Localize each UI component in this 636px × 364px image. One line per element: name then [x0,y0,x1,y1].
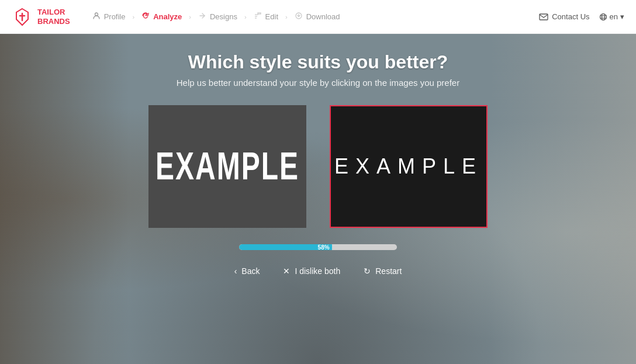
progress-label: 58% [316,244,332,250]
dislike-both-button[interactable]: ✕ I dislike both [283,266,340,276]
analyze-label: Analyze [153,12,182,21]
back-button[interactable]: ‹ Back [234,266,260,276]
progress-container: 58% [239,244,397,250]
logo-icon [12,6,33,27]
profile-label: Profile [104,12,126,21]
page-headline: Which style suits you better? [188,51,448,73]
designs-label: Designs [210,12,237,21]
svg-point-11 [602,13,604,20]
svg-point-0 [95,13,98,16]
download-icon [295,12,303,22]
main-content: Which style suits you better? Help us be… [0,34,636,364]
nav-step-profile[interactable]: Profile [88,9,130,24]
progress-bar-fill: 58% [239,244,331,250]
restart-icon: ↻ [364,266,371,276]
close-icon: ✕ [283,266,290,276]
download-label: Download [306,12,340,21]
nav-step-designs[interactable]: Designs [193,9,242,24]
style-card-right[interactable]: EXAMPLE [330,105,488,228]
contact-us-button[interactable]: Contact Us [539,12,589,21]
globe-icon [599,13,607,21]
svg-point-10 [600,13,606,20]
card-right-inner: EXAMPLE [330,105,488,228]
restart-button[interactable]: ↻ Restart [364,266,402,276]
svg-rect-7 [258,13,261,14]
chevron-icon-3: › [244,13,247,20]
style-cards-row: EXAMPLE EXAMPLE [148,105,488,228]
edit-icon [254,12,262,22]
progress-bar-background: 58% [239,244,397,250]
nav-step-download[interactable]: Download [290,9,345,24]
logo-text: TAILOR BRANDS [37,8,70,26]
card-left-inner: EXAMPLE [148,105,306,228]
bottom-actions: ‹ Back ✕ I dislike both ↻ Restart [234,266,402,276]
chevron-icon-2: › [189,13,191,20]
page-subheadline: Help us better understand your style by … [177,78,459,88]
card-right-text: EXAMPLE [334,154,483,179]
edit-label: Edit [265,12,278,21]
logo[interactable]: TAILOR BRANDS [12,6,70,27]
nav-right: Contact Us en ▾ [539,12,624,21]
card-left-text: EXAMPLE [155,147,299,186]
style-card-left[interactable]: EXAMPLE [148,105,306,228]
chevron-down-icon: ▾ [620,12,624,21]
designs-icon [198,12,206,22]
nav-steps: Profile › Analyze › Designs › Edit › [88,9,540,24]
svg-rect-9 [540,14,548,20]
navigation: TAILOR BRANDS Profile › Analyze › Design… [0,0,636,34]
chevron-icon: › [132,13,134,20]
nav-step-edit[interactable]: Edit [249,9,283,24]
chevron-icon-4: › [285,13,288,20]
analyze-icon [141,12,150,22]
nav-step-analyze[interactable]: Analyze [137,9,186,24]
mail-icon [539,13,548,20]
back-icon: ‹ [234,266,237,276]
profile-icon [92,12,101,22]
language-selector[interactable]: en ▾ [599,12,624,21]
